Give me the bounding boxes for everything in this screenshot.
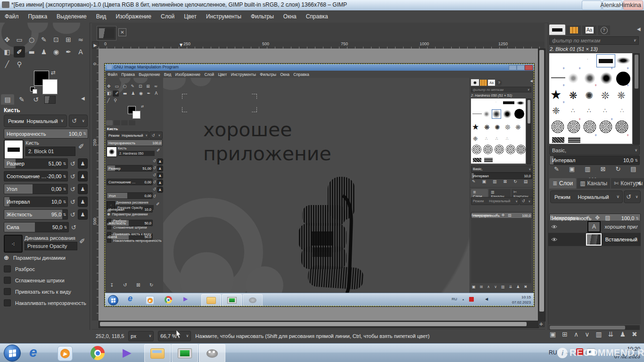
- menu-view[interactable]: Вид: [91, 13, 111, 20]
- brush-sample[interactable]: ❈: [552, 105, 560, 116]
- canvas-viewport[interactable]: GNU Image Manipulation Program Файл Прав…: [99, 49, 545, 321]
- brush-thumbnail[interactable]: [4, 140, 24, 159]
- reset-icon[interactable]: ↺: [70, 160, 75, 167]
- reset-icon[interactable]: ↺: [70, 186, 75, 193]
- spinner-icon[interactable]: ⇅: [633, 158, 639, 163]
- rect-select-tool[interactable]: ▭: [14, 34, 25, 45]
- language-indicator[interactable]: RU: [549, 349, 557, 356]
- tag-select[interactable]: Basic,∨: [549, 145, 640, 155]
- new-layer-button[interactable]: ▣: [550, 331, 556, 337]
- checkbox-lock-to-view[interactable]: Привязать кисть к виду: [4, 288, 71, 295]
- brush-spacing-slider[interactable]: Интервал 10,0 ⇅: [549, 156, 640, 165]
- checkbox-jitter[interactable]: Разброс: [4, 265, 35, 272]
- title-bar[interactable]: *[Без имени] (экспортировано)-1.0 (Цвета…: [0, 0, 644, 11]
- chrome-icon[interactable]: [91, 346, 105, 360]
- dynamics-options-expander[interactable]: ⊕ Параметры динамики: [4, 255, 66, 261]
- hardness-slider[interactable]: Жёсткость95,0⇅: [4, 209, 68, 220]
- spinner-icon[interactable]: ⇅: [61, 174, 67, 179]
- menu-help[interactable]: Справка: [301, 13, 333, 20]
- navigation-icon[interactable]: ✛: [538, 321, 545, 327]
- brush-sample[interactable]: ·: [587, 57, 588, 61]
- default-colors-icon-bg[interactable]: [33, 89, 37, 94]
- brush-name-field[interactable]: 2. Block 01: [25, 147, 75, 156]
- kmplayer-icon[interactable]: ▶: [123, 346, 131, 359]
- open-brush-button[interactable]: ▤: [630, 166, 636, 172]
- tab-brushes[interactable]: [549, 25, 565, 35]
- paintbrush-tool[interactable]: ✐: [14, 46, 25, 58]
- reset-icon[interactable]: ↺: [70, 211, 75, 218]
- menu-image[interactable]: Изображение: [111, 13, 156, 20]
- spinner-icon[interactable]: ⇅: [634, 216, 640, 221]
- canvas-image[interactable]: GNU Image Manipulation Program Файл Прав…: [105, 64, 534, 306]
- brush-sample[interactable]: [583, 120, 596, 133]
- menu-filters[interactable]: Фильтры: [246, 13, 279, 20]
- horizontal-ruler[interactable]: 0 250 500 750 1000 1250 ▼: [99, 41, 545, 49]
- brush-sample[interactable]: [615, 120, 628, 133]
- smudge-tool[interactable]: ◉: [50, 46, 62, 58]
- visibility-icon[interactable]: [551, 237, 557, 242]
- menu-select[interactable]: Выделение: [52, 13, 91, 20]
- brush-sample-selected[interactable]: [596, 54, 615, 67]
- start-button[interactable]: [4, 345, 21, 362]
- system-app-taskbar-button[interactable]: [172, 344, 198, 362]
- minimize-button[interactable]: [582, 0, 602, 10]
- menu-windows[interactable]: Окна: [279, 13, 301, 20]
- warp-tool[interactable]: ≈: [75, 34, 86, 45]
- ruler-origin-icon[interactable]: ▶: [92, 41, 99, 49]
- edit-brush-icon[interactable]: ✐: [78, 143, 84, 150]
- dynamics-link-button[interactable]: ♟: [78, 209, 88, 220]
- brush-sample[interactable]: [552, 137, 564, 143]
- dynamics-link-button[interactable]: ♟: [78, 158, 88, 169]
- image-tab[interactable]: [97, 26, 116, 41]
- brush-sample[interactable]: ❋: [617, 90, 626, 101]
- spinner-icon[interactable]: ⇅: [62, 225, 68, 230]
- menu-tools[interactable]: Инструменты: [201, 13, 246, 20]
- layer-row-text[interactable]: A хорошее прилож: [548, 221, 641, 233]
- brush-sample[interactable]: ∴: [603, 107, 607, 114]
- zoom-select[interactable]: 66,7 %∨: [158, 331, 191, 341]
- gimp-taskbar-button[interactable]: [199, 344, 225, 362]
- brush-sample[interactable]: [551, 120, 564, 133]
- mask-layer-button[interactable]: ♟: [619, 331, 626, 337]
- brush-sample[interactable]: [616, 57, 630, 64]
- angle-slider[interactable]: Угол0,00⇅: [4, 184, 68, 194]
- dock-collapse-icon[interactable]: ◀: [637, 27, 641, 32]
- layer-row-pasted[interactable]: Вставленный сл: [548, 233, 641, 246]
- background-color-swatch[interactable]: [42, 79, 58, 94]
- size-slider[interactable]: Размер51,00⇅: [4, 158, 68, 169]
- menu-file[interactable]: Файл: [0, 13, 24, 20]
- dynamics-name-field[interactable]: Pressure Opacity: [25, 242, 77, 250]
- internet-explorer-icon[interactable]: e: [29, 344, 37, 360]
- brush-sample[interactable]: [568, 73, 578, 83]
- brush-grid[interactable]: · ★ ❋ ✺ ❊ ❋ ❈ ∴ ∴ ∴ ∴ + +: [549, 53, 632, 144]
- brush-sample[interactable]: ✺: [585, 90, 594, 101]
- tab-channels[interactable]: ▥Каналы: [577, 178, 610, 189]
- brush-sample[interactable]: [567, 120, 580, 133]
- duplicate-layer-button[interactable]: ▥: [595, 331, 602, 337]
- dynamics-link-button[interactable]: ♟: [78, 197, 88, 207]
- unit-select[interactable]: px∨: [128, 331, 154, 341]
- zoom-tool[interactable]: ⚲: [14, 58, 25, 70]
- brush-grid-scrollbar[interactable]: [633, 53, 640, 145]
- swap-colors-icon[interactable]: ⇄: [51, 70, 56, 75]
- ink-tool[interactable]: ✒: [63, 46, 74, 58]
- mode-reset-button[interactable]: ↺ ∨: [69, 115, 88, 127]
- window-controls[interactable]: AlenkaHimkina: [582, 0, 643, 9]
- reset-icon[interactable]: ↺: [70, 173, 75, 180]
- tab-tool-options[interactable]: ▤: [1, 94, 14, 105]
- brush-sample[interactable]: [599, 120, 612, 133]
- horizontal-scrollbar[interactable]: [99, 321, 539, 328]
- vertical-ruler[interactable]: 0 250 500: [92, 49, 99, 321]
- color-picker-tool[interactable]: ╱: [1, 58, 13, 70]
- brush-sample[interactable]: [568, 137, 580, 143]
- tab-help[interactable]: ?: [598, 25, 610, 35]
- opacity-slider[interactable]: Непрозрачность 100,0 ⇅: [4, 129, 88, 139]
- menu-layer[interactable]: Слой: [156, 13, 179, 20]
- tab-image-thumbnail[interactable]: [43, 94, 57, 105]
- reset-icon[interactable]: ↺: [70, 198, 75, 206]
- paths-tool[interactable]: ✎: [38, 34, 50, 45]
- edit-dynamics-icon[interactable]: ✐: [79, 238, 85, 245]
- spinner-icon[interactable]: ⇅: [61, 213, 67, 217]
- dynamics-link-button[interactable]: ♟: [78, 184, 88, 194]
- move-tool[interactable]: ✥: [1, 34, 13, 45]
